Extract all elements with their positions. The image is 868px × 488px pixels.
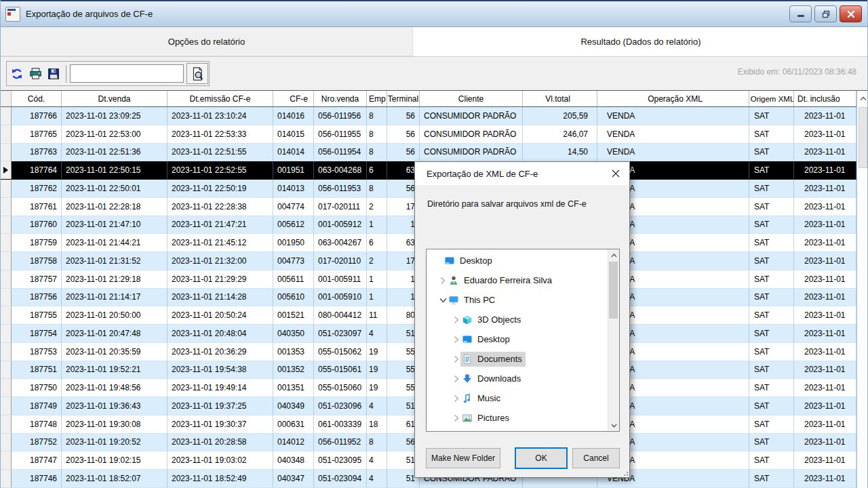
column-header[interactable]: Dt.venda bbox=[62, 91, 167, 106]
minimize-button[interactable] bbox=[789, 5, 812, 22]
tree-item[interactable]: Desktop bbox=[427, 251, 608, 270]
cell-cod: 187746 bbox=[12, 470, 62, 488]
cell-emp: 2 bbox=[367, 252, 387, 270]
tab-opcoes-relatorio[interactable]: Opções do relatório bbox=[1, 27, 413, 56]
cell-origem-xml: SAT bbox=[749, 397, 794, 415]
table-row[interactable]: 187766 2023-11-01 23:09:25 2023-11-01 23… bbox=[1, 107, 868, 125]
cell-vl-total: 246,07 bbox=[523, 125, 597, 144]
column-header[interactable]: Emp bbox=[367, 91, 387, 106]
cell-cod: 187750 bbox=[12, 379, 62, 397]
tree-item[interactable]: Pictures bbox=[427, 408, 608, 428]
tree-expander-icon[interactable] bbox=[452, 355, 460, 363]
tree-item[interactable]: Desktop bbox=[427, 329, 608, 349]
refresh-button[interactable] bbox=[9, 65, 25, 83]
cell-cfe: 001352 bbox=[273, 361, 314, 380]
cell-terminal: 56 bbox=[387, 125, 420, 144]
desktop-icon bbox=[443, 256, 455, 266]
tree-expander-icon[interactable] bbox=[452, 316, 460, 324]
3d-objects-icon bbox=[461, 314, 473, 325]
tree-item[interactable]: Eduardo Ferreira Silva bbox=[427, 270, 608, 290]
tree-item[interactable]: Music bbox=[427, 388, 608, 408]
row-indicator bbox=[1, 252, 12, 270]
tree-item[interactable]: Documents bbox=[427, 349, 608, 369]
tree-item-label: Desktop bbox=[460, 256, 492, 266]
cell-cfe: 005610 bbox=[273, 289, 314, 307]
cell-origem-xml: SAT bbox=[749, 198, 794, 216]
scroll-up-arrow[interactable] bbox=[857, 91, 868, 106]
cell-dt-inclusao: 2023-11-01 bbox=[794, 361, 856, 380]
row-indicator bbox=[1, 107, 12, 125]
cell-dt-inclusao: 2023-11-01 bbox=[794, 107, 856, 125]
scrollbar-thumb[interactable] bbox=[859, 107, 867, 168]
cell-vl-total: 14,50 bbox=[523, 144, 597, 162]
restore-button[interactable] bbox=[814, 5, 837, 22]
tree-expander-icon[interactable] bbox=[452, 394, 460, 403]
cell-cod: 187762 bbox=[12, 180, 62, 198]
row-indicator bbox=[1, 198, 12, 216]
search-input[interactable] bbox=[70, 64, 184, 83]
tree-item-label: Documents bbox=[477, 354, 522, 364]
cell-nro-venda: 063-004268 bbox=[314, 161, 367, 180]
tree-scroll-down[interactable] bbox=[608, 420, 619, 431]
preview-report-button[interactable] bbox=[186, 63, 208, 84]
column-header[interactable]: Cód. bbox=[12, 91, 62, 106]
cell-cfe: 001950 bbox=[273, 234, 314, 252]
tree-expander-icon[interactable] bbox=[452, 336, 460, 344]
tab-resultado[interactable]: Resultado (Dados do relatório) bbox=[413, 27, 868, 56]
save-button[interactable] bbox=[45, 65, 62, 83]
column-header[interactable]: Terminal bbox=[387, 91, 420, 106]
grid-vertical-scrollbar[interactable] bbox=[856, 91, 868, 488]
tree-expander-icon[interactable] bbox=[452, 414, 460, 422]
column-header[interactable]: Vl.total bbox=[523, 91, 597, 106]
cell-origem-xml: SAT bbox=[749, 325, 794, 343]
cell-emp: 8 bbox=[367, 125, 387, 144]
cell-cod: 187758 bbox=[12, 252, 62, 270]
cell-dt-inclusao: 2023-11-01 bbox=[794, 306, 856, 325]
cell-origem-xml: SAT bbox=[749, 252, 794, 270]
restore-icon bbox=[822, 10, 830, 18]
cell-dt-venda: 2023-11-01 22:50:15 bbox=[62, 161, 167, 180]
cell-dt-venda: 2023-11-01 19:30:08 bbox=[62, 415, 167, 434]
table-row[interactable]: 187765 2023-11-01 22:53:00 2023-11-01 22… bbox=[1, 125, 868, 144]
button-label: Cancel bbox=[583, 453, 608, 463]
make-new-folder-button[interactable]: Make New Folder bbox=[426, 448, 500, 468]
cell-emp: 6 bbox=[367, 161, 387, 180]
column-header[interactable]: Nro.venda bbox=[314, 91, 367, 106]
column-header[interactable]: CF-e bbox=[273, 91, 314, 106]
print-button[interactable] bbox=[27, 65, 43, 83]
column-header[interactable]: Cliente bbox=[420, 91, 523, 106]
tree-scrollbar[interactable] bbox=[608, 249, 619, 431]
column-header[interactable]: Operação XML bbox=[597, 91, 749, 106]
dialog-close-button[interactable] bbox=[605, 164, 627, 183]
cell-cfe: 004774 bbox=[273, 198, 314, 216]
tree-scroll-up[interactable] bbox=[608, 249, 619, 261]
tree-item[interactable]: Downloads bbox=[427, 369, 608, 388]
tree-expander-icon[interactable] bbox=[439, 277, 447, 285]
pictures-icon bbox=[461, 413, 473, 424]
column-header[interactable]: Dt. inclusão bbox=[794, 91, 856, 106]
row-indicator bbox=[1, 289, 12, 307]
cell-cod: 187760 bbox=[12, 216, 62, 235]
column-header[interactable]: Origem XML bbox=[749, 91, 794, 106]
tree-scrollbar-thumb[interactable] bbox=[609, 262, 618, 319]
close-button[interactable] bbox=[840, 5, 862, 22]
tree-expander-icon[interactable] bbox=[452, 375, 460, 383]
cell-dt-venda: 2023-11-01 20:50:00 bbox=[62, 306, 167, 325]
cell-nro-venda: 063-004267 bbox=[314, 234, 367, 252]
dialog-resize-grip[interactable] bbox=[621, 469, 628, 476]
cell-cfe: 040347 bbox=[273, 470, 314, 488]
cell-cod: 187763 bbox=[12, 144, 62, 162]
cell-cfe: 040350 bbox=[273, 325, 314, 343]
table-row[interactable]: 187763 2023-11-01 22:51:36 2023-11-01 22… bbox=[1, 144, 868, 162]
tree-item[interactable]: 3D Objects bbox=[427, 310, 608, 329]
tree-item[interactable]: This PC bbox=[427, 290, 608, 310]
ok-button[interactable]: OK bbox=[515, 447, 568, 469]
cell-nro-venda: 051-023095 bbox=[314, 451, 367, 470]
column-header[interactable]: Dt.emissão CF-e bbox=[167, 91, 273, 106]
cancel-button[interactable]: Cancel bbox=[572, 448, 620, 468]
dialog-title: Exportação de XML de CF-e bbox=[427, 169, 605, 179]
cell-origem-xml: SAT bbox=[749, 306, 794, 325]
cell-cfe: 001353 bbox=[273, 343, 314, 361]
tree-expander-icon[interactable] bbox=[439, 296, 447, 304]
cell-cod: 187753 bbox=[12, 343, 62, 361]
